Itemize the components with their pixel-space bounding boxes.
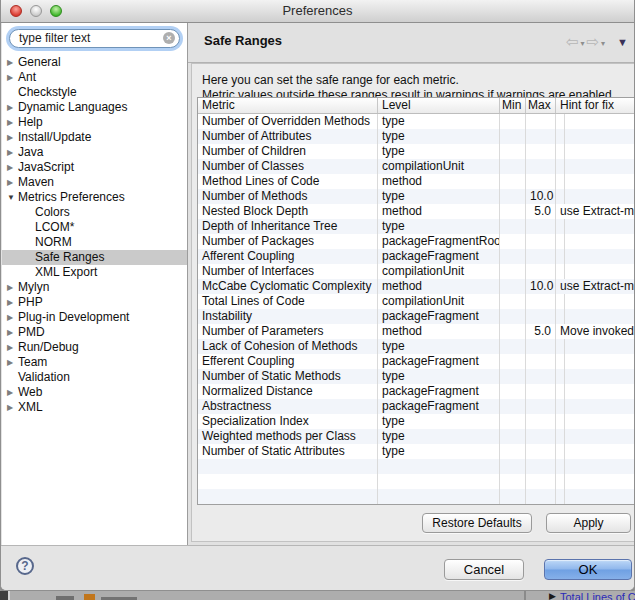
tree-item-colors[interactable]: Colors [2, 205, 187, 220]
view-menu-icon[interactable]: ▼ [617, 36, 628, 48]
tree-disclosure-icon[interactable]: ▶ [7, 55, 18, 70]
tree-disclosure-icon[interactable]: ▶ [7, 130, 18, 145]
tree-item-ant[interactable]: ▶ Ant [2, 70, 187, 85]
tree-item-validation[interactable]: Validation [2, 370, 187, 385]
table-row[interactable]: Instability packageFragment [198, 309, 634, 324]
table-row[interactable]: Number of Static Attributes type [198, 444, 634, 459]
tree-disclosure-icon[interactable]: ▶ [7, 340, 18, 355]
tree-item-maven[interactable]: ▶ Maven [2, 175, 187, 190]
table-row[interactable]: Number of Overridden Methods type [198, 114, 634, 129]
apply-button[interactable]: Apply [546, 513, 631, 533]
tree-disclosure-icon[interactable]: ▶ [7, 100, 18, 115]
cell-min [500, 444, 526, 459]
ok-button[interactable]: OK [544, 559, 632, 580]
help-button[interactable]: ? [16, 557, 34, 575]
tree-item-javascript[interactable]: ▶ JavaScript [2, 160, 187, 175]
tree-disclosure-icon[interactable]: ▶ [7, 115, 18, 130]
table-row-empty[interactable] [198, 474, 634, 489]
table-row[interactable]: Abstractness packageFragment [198, 399, 634, 414]
tree-item-java[interactable]: ▶ Java [2, 145, 187, 160]
tree-disclosure-icon[interactable]: ▶ [7, 385, 18, 400]
tree-disclosure-icon[interactable]: ▶ [7, 70, 18, 85]
tree-item-php[interactable]: ▶ PHP [2, 295, 187, 310]
table-row[interactable]: Depth of Inheritance Tree type [198, 219, 634, 234]
cell-min [500, 279, 526, 294]
cell-metric: Number of Static Methods [198, 369, 378, 384]
tree-disclosure-icon[interactable]: ▶ [7, 400, 18, 415]
cancel-button[interactable]: Cancel [444, 559, 524, 580]
tree-item-label: Dynamic Languages [18, 100, 127, 115]
minimize-button[interactable] [30, 5, 42, 17]
cell-min [500, 249, 526, 264]
table-row[interactable]: Number of Interfaces compilationUnit [198, 264, 634, 279]
column-header-metric[interactable]: Metric [198, 98, 378, 113]
title-bar[interactable]: Preferences [1, 0, 634, 23]
filter-input[interactable]: type filter text [9, 29, 180, 48]
tree-item-xml[interactable]: ▶ XML [2, 400, 187, 415]
cell-max: 5.0 [526, 204, 556, 219]
column-header-hint[interactable]: Hint for fix [556, 98, 634, 113]
cell-max: 10.0 [526, 279, 556, 294]
back-dropdown-icon[interactable]: ▾ [581, 39, 585, 48]
tree-item-team[interactable]: ▶ Team [2, 355, 187, 370]
tree-item-safe-ranges[interactable]: Safe Ranges [2, 250, 187, 265]
cell-min [500, 159, 526, 174]
tree-disclosure-icon[interactable]: ▶ [7, 175, 18, 190]
tree-disclosure-icon[interactable]: ▶ [7, 325, 18, 340]
column-header-level[interactable]: Level [378, 98, 500, 113]
tree-item-norm[interactable]: NORM [2, 235, 187, 250]
clear-filter-icon[interactable]: × [163, 32, 175, 44]
table-row-empty[interactable] [198, 489, 634, 504]
tree-disclosure-icon[interactable]: ▶ [7, 280, 18, 295]
tree-disclosure-icon[interactable]: ▶ [7, 355, 18, 370]
traffic-lights [10, 5, 62, 17]
tree-item-xml-export[interactable]: XML Export [2, 265, 187, 280]
tree-item-general[interactable]: ▶ General [2, 55, 187, 70]
tree-disclosure-icon[interactable]: ▶ [7, 160, 18, 175]
tree-item-dynamic-languages[interactable]: ▶ Dynamic Languages [2, 100, 187, 115]
forward-dropdown-icon[interactable]: ▾ [601, 39, 605, 48]
tree-item-mylyn[interactable]: ▶ Mylyn [2, 280, 187, 295]
table-row[interactable]: Number of Children type [198, 144, 634, 159]
tree-item-metrics-preferences[interactable]: ▼ Metrics Preferences [2, 190, 187, 205]
table-row[interactable]: Total Lines of Code compilationUnit [198, 294, 634, 309]
table-row[interactable]: Number of Methods type 10.0 [198, 189, 634, 204]
tree-disclosure-icon[interactable]: ▼ [7, 190, 18, 205]
table-row[interactable]: Afferent Coupling packageFragment [198, 249, 634, 264]
table-row[interactable]: McCabe Cyclomatic Complexity method 10.0… [198, 279, 634, 294]
tree-item-lcom-[interactable]: LCOM* [2, 220, 187, 235]
tree-item-install-update[interactable]: ▶ Install/Update [2, 130, 187, 145]
tree-item-pmd[interactable]: ▶ PMD [2, 325, 187, 340]
table-row[interactable]: Number of Attributes type [198, 129, 634, 144]
table-row[interactable]: Number of Parameters method 5.0 Move inv… [198, 324, 634, 339]
table-row[interactable]: Normalized Distance packageFragment [198, 384, 634, 399]
tree-item-plug-in-development[interactable]: ▶ Plug-in Development [2, 310, 187, 325]
back-arrow-icon[interactable]: ⇦ [566, 34, 579, 50]
table-row[interactable]: Method Lines of Code method [198, 174, 634, 189]
cell-hint [556, 369, 565, 384]
zoom-button[interactable] [50, 5, 62, 17]
tree-item-run-debug[interactable]: ▶ Run/Debug [2, 340, 187, 355]
forward-arrow-icon[interactable]: ⇨ [587, 34, 600, 50]
tree-item-checkstyle[interactable]: Checkstyle [2, 85, 187, 100]
table-row[interactable]: Number of Static Methods type [198, 369, 634, 384]
tree-disclosure-icon[interactable]: ▶ [7, 295, 18, 310]
cell-hint [556, 429, 565, 444]
table-row[interactable]: Nested Block Depth method 5.0 use Extrac… [198, 204, 634, 219]
cell-metric: Normalized Distance [198, 384, 378, 399]
tree-item-web[interactable]: ▶ Web [2, 385, 187, 400]
table-row[interactable]: Lack of Cohesion of Methods type [198, 339, 634, 354]
table-row[interactable]: Efferent Coupling packageFragment [198, 354, 634, 369]
table-row[interactable]: Specialization Index type [198, 414, 634, 429]
close-button[interactable] [10, 5, 22, 17]
table-row[interactable]: Number of Packages packageFragmentRoot [198, 234, 634, 249]
table-row[interactable]: Number of Classes compilationUnit [198, 159, 634, 174]
column-header-max[interactable]: Max [526, 98, 556, 113]
tree-item-help[interactable]: ▶ Help [2, 115, 187, 130]
column-header-min[interactable]: Min [500, 98, 526, 113]
tree-disclosure-icon[interactable]: ▶ [7, 145, 18, 160]
table-row-empty[interactable] [198, 459, 634, 474]
tree-disclosure-icon[interactable]: ▶ [7, 310, 18, 325]
table-row[interactable]: Weighted methods per Class type [198, 429, 634, 444]
restore-defaults-button[interactable]: Restore Defaults [422, 513, 532, 533]
